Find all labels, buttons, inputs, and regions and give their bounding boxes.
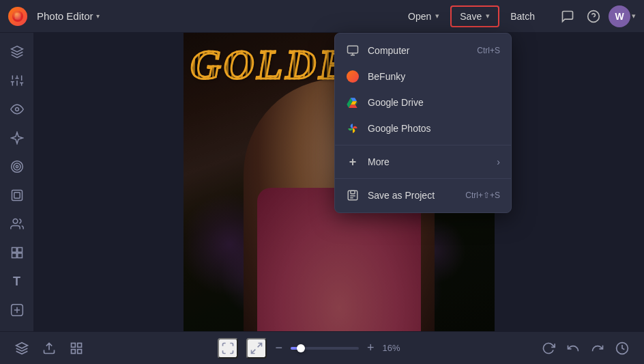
app-logo	[8, 7, 27, 26]
sidebar-item-frames[interactable]	[3, 182, 31, 209]
sidebar-item-effects[interactable]	[3, 124, 31, 152]
zoom-in-icon[interactable]: +	[367, 341, 375, 355]
chat-icon-button[interactable]	[557, 5, 579, 27]
grid-view-icon	[70, 341, 83, 355]
sidebar-item-preview[interactable]	[3, 96, 31, 123]
save-gdrive-label: Google Drive	[368, 97, 500, 108]
sidebar-item-touch-up[interactable]	[3, 153, 31, 180]
save-project-label: Save as Project	[368, 190, 457, 201]
svg-rect-18	[12, 191, 22, 201]
fit-screen-icon	[221, 341, 235, 355]
sidebar-item-collage[interactable]	[3, 239, 31, 266]
svg-rect-27	[78, 343, 82, 347]
user-avatar: W	[609, 5, 630, 27]
topbar-right-icons: W ▾	[557, 5, 636, 27]
sidebar-item-graphics[interactable]	[3, 296, 31, 324]
redo-icon	[591, 341, 604, 355]
sidebar-item-people[interactable]	[3, 210, 31, 238]
save-gphotos-label: Google Photos	[368, 123, 500, 134]
touch-up-icon	[10, 160, 24, 173]
left-sidebar: T	[0, 33, 34, 331]
batch-label: Batch	[510, 11, 535, 22]
svg-point-14	[15, 108, 18, 111]
save-to-computer-item[interactable]: Computer Ctrl+S	[335, 38, 511, 64]
fit-screen-button[interactable]	[218, 338, 238, 359]
batch-button[interactable]: Batch	[502, 7, 543, 26]
google-photos-icon	[346, 122, 360, 135]
sidebar-item-layers[interactable]	[3, 38, 31, 66]
save-to-gphotos-item[interactable]: Google Photos	[335, 115, 511, 141]
save-project-shortcut: Ctrl+⇧+S	[465, 191, 500, 200]
redo-button[interactable]	[587, 337, 609, 359]
bottombar: − + 16%	[0, 331, 644, 364]
svg-rect-24	[17, 253, 22, 258]
save-more-item[interactable]: + More ›	[335, 149, 511, 175]
rotate-icon	[542, 341, 555, 355]
svg-point-20	[13, 219, 18, 224]
save-to-befunky-item[interactable]: BeFunky	[335, 64, 511, 89]
export-icon	[42, 341, 56, 355]
open-label: Open	[408, 11, 431, 22]
history-icon	[615, 341, 629, 355]
actual-size-icon	[250, 341, 263, 355]
layers-icon	[10, 45, 24, 59]
open-button[interactable]: Open ▾	[400, 7, 448, 26]
grid-view-button[interactable]	[65, 337, 87, 359]
collage-icon	[10, 246, 24, 260]
zoom-slider[interactable]	[291, 347, 359, 350]
undo-button[interactable]	[562, 337, 584, 359]
history-button[interactable]	[611, 337, 633, 359]
open-chevron-icon: ▾	[435, 12, 439, 20]
save-as-project-item[interactable]: Save as Project Ctrl+⇧+S	[335, 182, 511, 208]
people-icon	[10, 217, 24, 231]
rotate-button[interactable]	[538, 337, 559, 359]
frame-icon	[10, 188, 24, 202]
befunky-icon	[346, 70, 360, 83]
plus-icon: +	[346, 155, 360, 169]
actual-size-button[interactable]	[246, 338, 267, 359]
sidebar-item-text[interactable]: T	[3, 268, 31, 295]
svg-point-17	[16, 165, 18, 167]
undo-icon	[566, 341, 580, 355]
bottom-left-tools	[11, 337, 87, 359]
text-tool-letter: T	[13, 275, 20, 289]
save-computer-shortcut: Ctrl+S	[477, 46, 500, 55]
save-more-label: More	[368, 156, 488, 167]
zoom-out-icon[interactable]: −	[275, 341, 282, 355]
avatar-chevron-icon: ▾	[632, 12, 636, 20]
svg-point-16	[14, 163, 20, 170]
topbar-actions: Open ▾ Save ▾ Batch	[400, 5, 543, 27]
chat-icon	[561, 10, 574, 23]
save-chevron-icon: ▾	[486, 12, 490, 20]
adjustments-icon	[10, 74, 24, 87]
save-befunky-label: BeFunky	[368, 71, 500, 82]
svg-rect-23	[12, 253, 16, 258]
sparkle-icon	[10, 131, 24, 145]
svg-point-15	[11, 161, 23, 173]
zoom-percent: 16%	[383, 343, 407, 353]
app-title-button[interactable]: Photo Editor ▾	[33, 8, 104, 25]
export-button[interactable]	[38, 337, 60, 359]
save-computer-label: Computer	[368, 45, 469, 56]
main-content: T GOLDE	[0, 33, 644, 331]
svg-rect-26	[72, 343, 76, 347]
title-chevron-icon: ▾	[96, 12, 100, 20]
svg-rect-29	[78, 349, 82, 353]
sidebar-item-adjustments[interactable]	[3, 67, 31, 94]
save-to-gdrive-item[interactable]: Google Drive	[335, 89, 511, 115]
save-project-icon	[346, 188, 360, 202]
svg-rect-4	[351, 191, 355, 194]
layers-bottom-icon	[15, 341, 29, 355]
user-avatar-wrapper[interactable]: W ▾	[609, 5, 636, 27]
google-drive-icon	[346, 96, 360, 109]
save-button[interactable]: Save ▾	[450, 5, 499, 27]
topbar: Photo Editor ▾ Open ▾ Save ▾ Batch	[0, 0, 644, 33]
dropdown-divider-1	[335, 145, 511, 145]
eye-icon	[10, 102, 24, 116]
help-icon-button[interactable]	[583, 5, 604, 27]
monitor-icon	[346, 44, 360, 57]
golden-text-overlay: GOLDE	[190, 40, 350, 89]
save-label: Save	[460, 11, 482, 22]
svg-rect-22	[17, 248, 22, 253]
layers-bottom-button[interactable]	[11, 337, 33, 359]
